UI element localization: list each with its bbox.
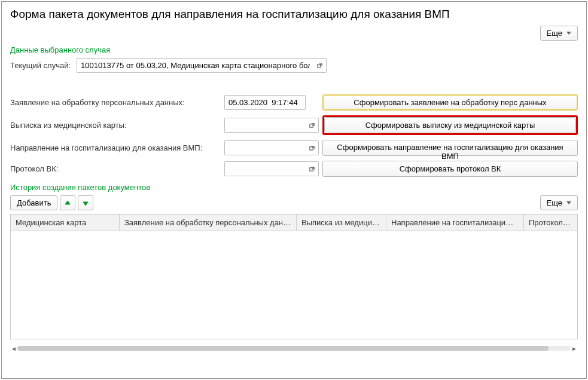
open-in-new-icon (309, 122, 315, 128)
spacer (2, 75, 586, 93)
current-case-row: Текущий случай: (2, 56, 586, 75)
extract-label: Выписка из медицинской карты: (10, 121, 221, 130)
chevron-down-icon (566, 201, 571, 204)
app-window: Форма пакета документов для направления … (1, 1, 587, 379)
extract-input-cell (224, 118, 319, 133)
extract-button-cell: Сформировать выписку из медицинской карт… (322, 115, 578, 135)
case-section-title: Данные выбранного случая (2, 44, 586, 56)
arrow-up-icon (64, 200, 71, 207)
scroll-left-icon[interactable]: ◄ (10, 345, 17, 352)
history-toolbar-right: Еще (540, 195, 578, 210)
more-button[interactable]: Еще (540, 26, 578, 41)
open-in-new-icon (309, 166, 315, 172)
svg-rect-0 (318, 65, 321, 68)
history-section-title: История создания пакетов документов (2, 182, 586, 193)
header-toolbar: Еще (2, 22, 586, 44)
statement-button-cell: Сформировать заявление на обработку перс… (322, 94, 578, 111)
current-case-input[interactable] (77, 58, 313, 73)
open-in-new-icon (316, 62, 323, 69)
col-statement[interactable]: Заявление на обработку персональных данн… (120, 214, 297, 231)
history-table-body[interactable] (11, 231, 577, 339)
generate-extract-button[interactable]: Сформировать выписку из медицинской карт… (324, 117, 576, 133)
current-case-open-button[interactable] (313, 58, 327, 73)
arrow-down-icon (82, 200, 89, 207)
history-more-button[interactable]: Еще (540, 195, 578, 210)
referral-label: Направление на госпитализацию для оказан… (10, 143, 221, 152)
protocol-label: Протокол ВК: (10, 164, 221, 173)
protocol-open-button[interactable] (306, 161, 319, 176)
page-title: Форма пакета документов для направления … (10, 8, 450, 21)
horizontal-scrollbar[interactable]: ◄ ► (10, 344, 578, 353)
referral-open-button[interactable] (306, 140, 319, 155)
history-toolbar-left: Добавить (10, 195, 93, 210)
header: Форма пакета документов для направления … (2, 2, 586, 22)
generate-referral-button[interactable]: Сформировать направление на госпитализац… (322, 140, 578, 156)
svg-rect-1 (310, 124, 313, 128)
move-up-button[interactable] (60, 195, 75, 210)
current-case-input-group (77, 58, 327, 73)
protocol-input-cell (224, 161, 319, 176)
history-more-label: Еще (547, 198, 562, 207)
documents-grid: Заявление на обработку персональных данн… (2, 93, 586, 178)
referral-button-cell: Сформировать направление на госпитализац… (322, 140, 578, 156)
generate-protocol-button[interactable]: Сформировать протокол ВК (322, 161, 578, 177)
referral-input[interactable] (224, 140, 306, 155)
col-med-card[interactable]: Медицинская карта (11, 214, 120, 231)
scroll-thumb[interactable] (17, 346, 549, 351)
add-button[interactable]: Добавить (10, 195, 57, 210)
protocol-input[interactable] (224, 161, 306, 176)
protocol-button-cell: Сформировать протокол ВК (322, 161, 578, 177)
current-case-label: Текущий случай: (10, 61, 73, 70)
extract-open-button[interactable] (306, 118, 319, 133)
extract-input[interactable] (224, 118, 306, 133)
col-referral[interactable]: Направление на госпитализацию дл... (386, 214, 524, 231)
scroll-track[interactable] (17, 346, 571, 351)
chevron-down-icon (566, 32, 571, 35)
move-down-button[interactable] (78, 195, 93, 210)
open-in-new-icon (309, 145, 315, 151)
svg-rect-3 (310, 168, 313, 171)
referral-input-cell (224, 140, 319, 155)
svg-rect-2 (310, 147, 313, 151)
generate-statement-button[interactable]: Сформировать заявление на обработку перс… (322, 94, 578, 111)
statement-input[interactable] (224, 95, 306, 110)
statement-label: Заявление на обработку персональных данн… (10, 98, 221, 107)
history-toolbar: Добавить Еще (2, 193, 586, 214)
extract-highlight: Сформировать выписку из медицинской карт… (322, 115, 578, 135)
history-table: Медицинская карта Заявление на обработку… (10, 214, 578, 339)
col-protocol[interactable]: Протокол ВК (524, 214, 577, 231)
col-extract[interactable]: Выписка из медицин... (297, 214, 386, 231)
statement-input-cell (224, 95, 319, 110)
history-table-header: Медицинская карта Заявление на обработку… (11, 214, 577, 231)
more-button-label: Еще (547, 29, 562, 38)
scroll-right-icon[interactable]: ► (571, 345, 578, 352)
